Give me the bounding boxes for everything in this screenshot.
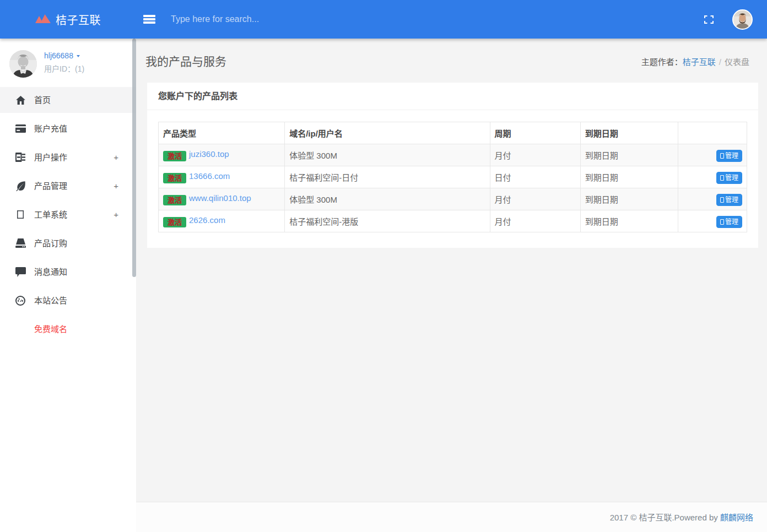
caret-down-icon: [77, 55, 80, 57]
sidebar-toggle-button[interactable]: [143, 15, 155, 24]
mountains-logo-icon: [35, 14, 51, 23]
card-title: 您账户下的产品列表: [147, 83, 758, 110]
column-header-expiry: 到期日期: [580, 122, 678, 144]
user-avatar-sidebar: [9, 50, 37, 78]
expiry-cell: 到期日期: [580, 166, 678, 188]
column-header-type: 产品类型: [159, 122, 285, 144]
expand-plus-icon[interactable]: +: [114, 202, 118, 227]
manage-button[interactable]: 管理: [716, 172, 742, 184]
tofu-glyph-icon: [720, 219, 724, 225]
content-area: 我的产品与服务 主题作者：桔子互联/仪表盘 您账户下的产品列表 产品类型 域名/…: [136, 39, 767, 502]
page-footer: 2017 © 桔子互联.Powered by 麒麟网络: [136, 502, 767, 532]
status-badge: 激活: [163, 217, 186, 227]
domain-link[interactable]: 2626.com: [189, 215, 225, 225]
sidebar-username[interactable]: hlj66688: [44, 51, 80, 60]
id-card-icon: [15, 152, 26, 163]
search-input[interactable]: [171, 14, 402, 24]
expand-plus-icon[interactable]: +: [114, 173, 118, 199]
hdd-icon: [15, 238, 26, 249]
tofu-glyph-icon: [720, 197, 724, 203]
table-row: 激活2626.com 桔子福利空间-港版 月付 到期日期 管理: [159, 210, 747, 232]
sidebar-menu: 首页 账户充值: [0, 86, 136, 342]
manage-button[interactable]: 管理: [716, 150, 742, 162]
footer-link[interactable]: 麒麟网络: [720, 513, 753, 522]
cycle-cell: 月付: [490, 144, 580, 166]
page-title: 我的产品与服务: [145, 52, 226, 69]
sidebar-item-orders[interactable]: 产品订购: [0, 230, 136, 256]
sidebar-user-id: 用户ID：(1): [44, 63, 84, 74]
manage-button[interactable]: 管理: [716, 194, 742, 206]
brand-logo[interactable]: 桔子互联: [0, 0, 136, 39]
user-avatar-navbar[interactable]: [732, 9, 753, 30]
sidebar-item-recharge[interactable]: 账户充值: [0, 116, 136, 142]
dashboard-icon: [15, 295, 26, 306]
products-card: 您账户下的产品列表 产品类型 域名/ip/用户名 周期 到期日期: [147, 83, 758, 248]
ticket-icon: [15, 209, 26, 220]
expand-plus-icon[interactable]: +: [114, 144, 118, 170]
expiry-cell: 到期日期: [580, 188, 678, 210]
leaf-icon: [15, 181, 26, 192]
sidebar-item-messages[interactable]: 消息通知: [0, 259, 136, 285]
column-header-domain: 域名/ip/用户名: [285, 122, 490, 144]
cycle-cell: 月付: [490, 188, 580, 210]
domain-link[interactable]: www.qilin010.top: [189, 193, 251, 203]
sidebar-item-products[interactable]: 产品管理 +: [0, 173, 136, 199]
credit-card-icon: [15, 123, 26, 134]
footer-text: 2017 © 桔子互联.Powered by: [610, 513, 720, 522]
sidebar-item-tickets[interactable]: 工单系统 +: [0, 202, 136, 227]
domain-link[interactable]: 13666.com: [189, 171, 230, 181]
expiry-cell: 到期日期: [580, 210, 678, 232]
breadcrumb-divider: /: [719, 57, 721, 67]
column-header-cycle: 周期: [490, 122, 580, 144]
comment-icon: [15, 267, 26, 278]
plan-cell: 体验型 300M: [285, 144, 490, 166]
breadcrumb-current: 仪表盘: [725, 57, 749, 67]
brand-name: 桔子互联: [56, 12, 101, 28]
status-badge: 激活: [163, 195, 186, 205]
breadcrumb-label: 主题作者：: [641, 57, 683, 67]
cycle-cell: 日付: [490, 166, 580, 188]
sidebar-scrollbar[interactable]: [132, 39, 136, 277]
cycle-cell: 月付: [490, 210, 580, 232]
table-row: 激活13666.com 桔子福利空间-日付 日付 到期日期 管理: [159, 166, 747, 188]
breadcrumb-link-author[interactable]: 桔子互联: [683, 57, 716, 67]
home-icon: [15, 95, 26, 106]
plan-cell: 桔子福利空间-日付: [285, 166, 490, 188]
breadcrumb: 主题作者：桔子互联/仪表盘: [641, 56, 749, 67]
tofu-glyph-icon: [720, 175, 724, 181]
fullscreen-icon[interactable]: [704, 15, 714, 24]
sidebar-item-announcements[interactable]: 本站公告: [0, 287, 136, 313]
status-badge: 激活: [163, 151, 186, 161]
manage-button[interactable]: 管理: [716, 216, 742, 228]
sidebar-user-panel: hlj66688 用户ID：(1): [0, 39, 136, 86]
tofu-glyph-icon: [720, 153, 724, 159]
sidebar-item-free-domain[interactable]: 免费域名: [0, 316, 136, 342]
plan-cell: 体验型 300M: [285, 188, 490, 210]
status-badge: 激活: [163, 173, 186, 183]
domain-link[interactable]: juzi360.top: [189, 149, 229, 159]
sidebar-item-user-ops[interactable]: 用户操作 +: [0, 144, 136, 170]
plan-cell: 桔子福利空间-港版: [285, 210, 490, 232]
table-row: 激活juzi360.top 体验型 300M 月付 到期日期 管理: [159, 144, 747, 166]
expiry-cell: 到期日期: [580, 144, 678, 166]
table-row: 激活www.qilin010.top 体验型 300M 月付 到期日期 管理: [159, 188, 747, 210]
sidebar-item-home[interactable]: 首页: [0, 87, 136, 113]
column-header-action: [678, 122, 747, 144]
sidebar: hlj66688 用户ID：(1) 首页: [0, 39, 136, 532]
products-table: 产品类型 域名/ip/用户名 周期 到期日期 激活juzi360.top 体验型…: [158, 122, 747, 232]
top-navbar: 桔子互联: [0, 0, 767, 39]
